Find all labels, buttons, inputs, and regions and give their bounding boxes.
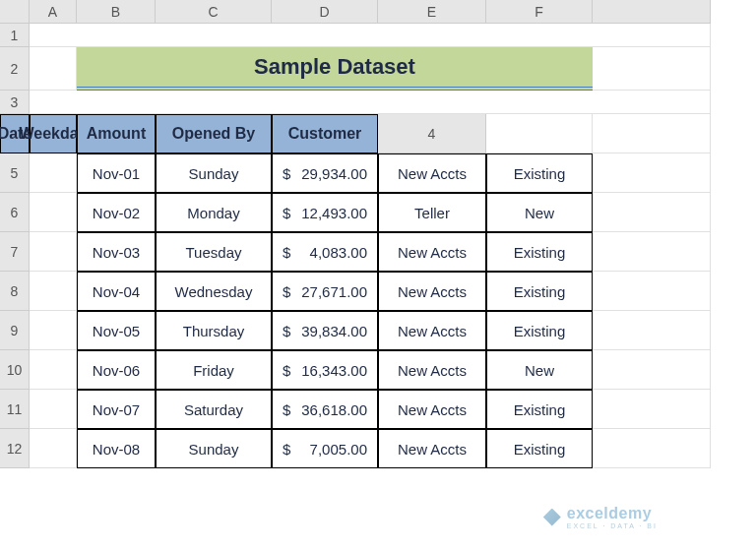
row-header-3[interactable]: 3 xyxy=(0,91,30,114)
table-cell-weekday[interactable]: Tuesday xyxy=(156,232,272,272)
table-cell-amount[interactable]: $36,618.00 xyxy=(272,390,378,429)
table-cell-amount[interactable]: $27,671.00 xyxy=(272,272,378,311)
table-cell-weekday[interactable]: Sunday xyxy=(156,153,272,193)
table-cell-amount[interactable]: $7,005.00 xyxy=(272,429,378,468)
table-cell-weekday[interactable]: Monday xyxy=(156,193,272,232)
table-header-weekday[interactable]: Weekday xyxy=(30,114,77,153)
col-header-E[interactable]: E xyxy=(378,0,486,24)
cell[interactable] xyxy=(30,390,77,429)
table-cell-customer[interactable]: Existing xyxy=(486,429,593,468)
table-cell-customer[interactable]: New xyxy=(486,193,593,232)
table-cell-amount[interactable]: $4,083.00 xyxy=(272,232,378,272)
row-header-9[interactable]: 9 xyxy=(0,311,30,350)
cell[interactable] xyxy=(593,153,711,193)
cell[interactable] xyxy=(593,193,711,232)
table-cell-opened-by[interactable]: New Accts xyxy=(378,311,486,350)
cell[interactable] xyxy=(593,272,711,311)
table-cell-date[interactable]: Nov-06 xyxy=(77,350,156,390)
row-header-8[interactable]: 8 xyxy=(0,272,30,311)
cell[interactable] xyxy=(30,47,77,91)
table-cell-customer[interactable]: Existing xyxy=(486,311,593,350)
table-cell-weekday[interactable]: Sunday xyxy=(156,429,272,468)
cell[interactable] xyxy=(486,114,593,153)
row-header-2[interactable]: 2 xyxy=(0,47,30,91)
table-cell-customer[interactable]: Existing xyxy=(486,272,593,311)
col-header-A[interactable]: A xyxy=(30,0,77,24)
amount-value: 27,671.00 xyxy=(301,283,369,300)
cell[interactable] xyxy=(593,350,711,390)
table-cell-date[interactable]: Nov-07 xyxy=(77,390,156,429)
table-cell-date[interactable]: Nov-01 xyxy=(77,153,156,193)
table-header-amount[interactable]: Amount xyxy=(77,114,156,153)
col-header-D[interactable]: D xyxy=(272,0,378,24)
cell[interactable] xyxy=(30,24,711,47)
cell[interactable] xyxy=(593,311,711,350)
table-cell-customer[interactable]: Existing xyxy=(486,232,593,272)
table-cell-customer[interactable]: Existing xyxy=(486,390,593,429)
cell[interactable] xyxy=(30,350,77,390)
cell[interactable] xyxy=(30,232,77,272)
currency-symbol: $ xyxy=(281,165,290,182)
table-cell-opened-by[interactable]: New Accts xyxy=(378,232,486,272)
title-banner[interactable]: Sample Dataset xyxy=(77,47,593,91)
table-cell-weekday[interactable]: Wednesday xyxy=(156,272,272,311)
currency-symbol: $ xyxy=(281,323,290,339)
cell[interactable] xyxy=(593,390,711,429)
row-header-12[interactable]: 12 xyxy=(0,429,30,468)
cell[interactable] xyxy=(593,232,711,272)
row-header-11[interactable]: 11 xyxy=(0,390,30,429)
table-cell-amount[interactable]: $39,834.00 xyxy=(272,311,378,350)
row-header-1[interactable]: 1 xyxy=(0,24,30,47)
table-cell-date[interactable]: Nov-05 xyxy=(77,311,156,350)
cell[interactable] xyxy=(30,193,77,232)
table-cell-amount[interactable]: $29,934.00 xyxy=(272,153,378,193)
amount-value: 7,005.00 xyxy=(310,441,369,458)
table-cell-date[interactable]: Nov-02 xyxy=(77,193,156,232)
cell[interactable] xyxy=(30,91,711,114)
currency-symbol: $ xyxy=(281,441,290,458)
table-cell-opened-by[interactable]: New Accts xyxy=(378,429,486,468)
table-cell-weekday[interactable]: Thursday xyxy=(156,311,272,350)
table-cell-date[interactable]: Nov-03 xyxy=(77,232,156,272)
cell[interactable] xyxy=(30,272,77,311)
table-cell-opened-by[interactable]: New Accts xyxy=(378,272,486,311)
table-cell-opened-by[interactable]: Teller xyxy=(378,193,486,232)
select-all-corner[interactable] xyxy=(0,0,30,24)
table-cell-opened-by[interactable]: New Accts xyxy=(378,390,486,429)
cell[interactable] xyxy=(593,47,711,91)
table-cell-opened-by[interactable]: New Accts xyxy=(378,350,486,390)
page-title: Sample Dataset xyxy=(254,54,415,80)
amount-value: 12,493.00 xyxy=(301,205,369,221)
col-header-blank[interactable] xyxy=(593,0,711,24)
row-header-6[interactable]: 6 xyxy=(0,193,30,232)
row-header-7[interactable]: 7 xyxy=(0,232,30,272)
cell[interactable] xyxy=(30,429,77,468)
brand-logo-icon xyxy=(543,509,561,526)
cell[interactable] xyxy=(30,311,77,350)
cell[interactable] xyxy=(593,429,711,468)
currency-symbol: $ xyxy=(281,205,290,221)
currency-symbol: $ xyxy=(281,362,290,379)
table-header-opened-by[interactable]: Opened By xyxy=(156,114,272,153)
brand-subtitle: EXCEL · DATA · BI xyxy=(567,522,658,529)
table-cell-customer[interactable]: New xyxy=(486,350,593,390)
row-header-4[interactable]: 4 xyxy=(378,114,486,153)
amount-value: 39,834.00 xyxy=(301,323,369,339)
row-header-5[interactable]: 5 xyxy=(0,153,30,193)
table-cell-amount[interactable]: $12,493.00 xyxy=(272,193,378,232)
table-cell-date[interactable]: Nov-08 xyxy=(77,429,156,468)
table-cell-opened-by[interactable]: New Accts xyxy=(378,153,486,193)
table-header-customer[interactable]: Customer xyxy=(272,114,378,153)
col-header-F[interactable]: F xyxy=(486,0,593,24)
table-cell-customer[interactable]: Existing xyxy=(486,153,593,193)
table-cell-amount[interactable]: $16,343.00 xyxy=(272,350,378,390)
amount-value: 16,343.00 xyxy=(301,362,369,379)
col-header-C[interactable]: C xyxy=(156,0,272,24)
cell[interactable] xyxy=(30,153,77,193)
table-cell-weekday[interactable]: Saturday xyxy=(156,390,272,429)
row-header-10[interactable]: 10 xyxy=(0,350,30,390)
table-cell-weekday[interactable]: Friday xyxy=(156,350,272,390)
cell[interactable] xyxy=(593,114,711,153)
table-cell-date[interactable]: Nov-04 xyxy=(77,272,156,311)
col-header-B[interactable]: B xyxy=(77,0,156,24)
